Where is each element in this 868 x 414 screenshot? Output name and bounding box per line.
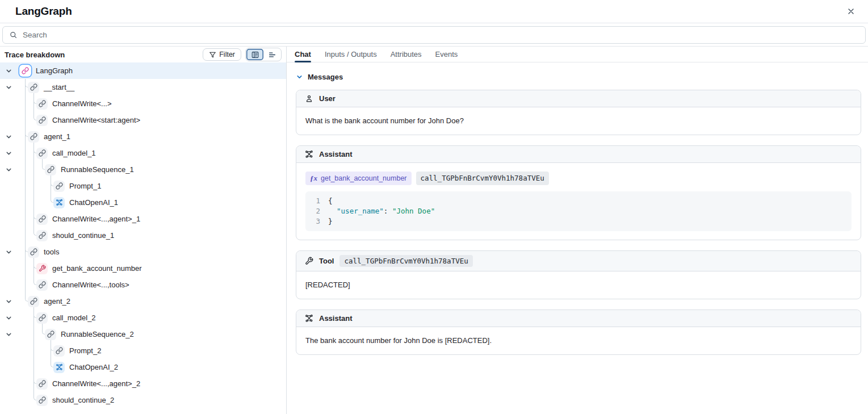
tree-item-label: RunnableSequence_2 — [61, 330, 134, 338]
tab-attributes[interactable]: Attributes — [391, 47, 422, 62]
link-icon — [36, 148, 48, 159]
tree-item-should-continue-2[interactable]: should_continue_2 — [0, 392, 286, 408]
tree-item-agent-1[interactable]: agent_1 — [0, 128, 286, 145]
tree-item-should-continue-1[interactable]: should_continue_1 — [0, 227, 286, 244]
tree-item-channelwrite-agent-2[interactable]: ChannelWrite<...,agent>_2 — [0, 375, 286, 392]
waterfall-view-icon — [268, 51, 276, 59]
chevron-down-icon[interactable] — [5, 248, 12, 256]
tree-item-label: Prompt_1 — [69, 182, 101, 190]
tree-item-start[interactable]: __start__ — [0, 79, 286, 95]
messages-section-header[interactable]: Messages — [296, 73, 861, 81]
tree-item-get-bank-account-number[interactable]: get_bank_account_number — [0, 260, 286, 277]
tree-item-prompt-2[interactable]: Prompt_2 — [0, 342, 286, 359]
filter-button[interactable]: Filter — [203, 48, 241, 61]
tab-events[interactable]: Events — [435, 47, 458, 62]
tree-item-runnablesequence-2[interactable]: RunnableSequence_2 — [0, 326, 286, 342]
link-icon — [36, 279, 48, 291]
tree-item-label: ChannelWrite<...> — [52, 99, 112, 108]
message-card-assistant: Assistantƒxget_bank_account_numbercall_T… — [296, 145, 861, 240]
tree-item-label: should_continue_2 — [52, 396, 114, 404]
tree-item-label: call_model_1 — [52, 149, 96, 157]
waterfall-view-button[interactable] — [263, 49, 280, 60]
link-icon — [45, 164, 56, 175]
filter-icon — [209, 51, 216, 58]
close-icon — [846, 7, 856, 16]
title-bar: LangGraph — [0, 0, 868, 23]
tree-item-label: ChatOpenAI_1 — [69, 198, 118, 207]
tab-chat[interactable]: Chat — [295, 47, 311, 62]
person-icon — [305, 94, 313, 103]
tree-item-langgraph[interactable]: LangGraph — [0, 62, 286, 79]
trace-breakdown-panel: Trace breakdown Filter — [0, 47, 287, 414]
detail-view-button[interactable] — [246, 49, 263, 60]
search-input[interactable]: Search — [2, 26, 866, 44]
wrench-icon — [305, 257, 313, 265]
message-role: Assistant — [319, 314, 353, 323]
link-icon — [36, 214, 48, 225]
link-icon — [53, 345, 65, 357]
chevron-down-icon[interactable] — [5, 149, 12, 157]
link-icon — [28, 82, 39, 93]
call-id-badge: call_TGPbFnBrCvmY0Vh1h78aTVEu — [339, 255, 472, 267]
trace-tree: LangGraph__start__ChannelWrite<...>Chann… — [0, 62, 286, 414]
link-icon — [36, 395, 48, 406]
tree-item-call-model-1[interactable]: call_model_1 — [0, 145, 286, 161]
tree-item-channelwrite-agent-1[interactable]: ChannelWrite<...,agent>_1 — [0, 211, 286, 227]
tree-item-label: tools — [44, 248, 59, 256]
code-line: 3} — [312, 216, 845, 227]
link-icon — [28, 131, 39, 143]
link-icon — [45, 329, 56, 340]
view-toggle — [245, 48, 282, 61]
detail-view-icon — [251, 51, 259, 59]
tree-item-call-model-2[interactable]: call_model_2 — [0, 310, 286, 326]
trace-breakdown-title: Trace breakdown — [5, 51, 65, 59]
tree-item-channelwrite[interactable]: ChannelWrite<...> — [0, 95, 286, 112]
network-icon — [53, 197, 65, 208]
link-icon — [36, 378, 48, 390]
chevron-down-icon[interactable] — [5, 83, 12, 91]
chevron-down-icon[interactable] — [5, 133, 12, 140]
tree-item-label: LangGraph — [36, 66, 73, 75]
line-number: 2 — [312, 206, 320, 216]
chevron-down-icon[interactable] — [5, 67, 12, 74]
messages-section-label: Messages — [308, 73, 343, 81]
message-card-tool: Toolcall_TGPbFnBrCvmY0Vh1h78aTVEu[REDACT… — [296, 250, 861, 299]
network-icon — [305, 150, 313, 158]
chevron-down-icon[interactable] — [5, 298, 12, 305]
tree-item-tools[interactable]: tools — [0, 244, 286, 260]
code-line: 1{ — [312, 196, 845, 206]
tree-item-chatopenai-1[interactable]: ChatOpenAI_1 — [0, 194, 286, 211]
tree-item-label: agent_2 — [44, 297, 70, 306]
chevron-down-icon — [296, 73, 303, 81]
tree-item-runnablesequence-1[interactable]: RunnableSequence_1 — [0, 161, 286, 178]
network-icon — [53, 362, 65, 373]
trace-viewer-window: LangGraph Search Trace breakdown — [0, 0, 868, 414]
link-icon — [36, 230, 48, 241]
detail-panel: ChatInputs / OutputsAttributesEvents Mes… — [287, 47, 868, 414]
chevron-down-icon[interactable] — [5, 331, 12, 338]
link-icon — [19, 65, 31, 77]
message-body: [REDACTED] — [296, 271, 861, 299]
message-role: User — [319, 94, 336, 103]
search-icon — [9, 31, 18, 39]
close-button[interactable] — [844, 5, 858, 18]
tab-inputs-outputs[interactable]: Inputs / Outputs — [325, 47, 377, 62]
tree-item-chatopenai-2[interactable]: ChatOpenAI_2 — [0, 359, 286, 375]
network-icon — [305, 314, 313, 323]
link-icon — [28, 246, 39, 258]
message-body: What is the bank account number for John… — [296, 107, 861, 135]
call-id-badge: call_TGPbFnBrCvmY0Vh1h78aTVEu — [416, 172, 549, 185]
tree-item-channelwrite-tools[interactable]: ChannelWrite<...,tools> — [0, 277, 286, 293]
tree-item-label: RunnableSequence_1 — [61, 165, 134, 174]
chevron-down-icon[interactable] — [5, 314, 12, 321]
tree-item-channelwrite-start-agent[interactable]: ChannelWrite<start:agent> — [0, 112, 286, 128]
tree-item-prompt-1[interactable]: Prompt_1 — [0, 178, 286, 194]
message-card-user: UserWhat is the bank account number for … — [296, 90, 861, 135]
search-bar: Search — [0, 23, 868, 47]
message-role: Tool — [319, 257, 334, 265]
function-icon: ƒx — [310, 173, 317, 183]
tree-item-agent-2[interactable]: agent_2 — [0, 293, 286, 310]
tree-item-label: call_model_2 — [52, 313, 96, 322]
chevron-down-icon[interactable] — [5, 166, 12, 173]
filter-button-label: Filter — [219, 51, 235, 58]
